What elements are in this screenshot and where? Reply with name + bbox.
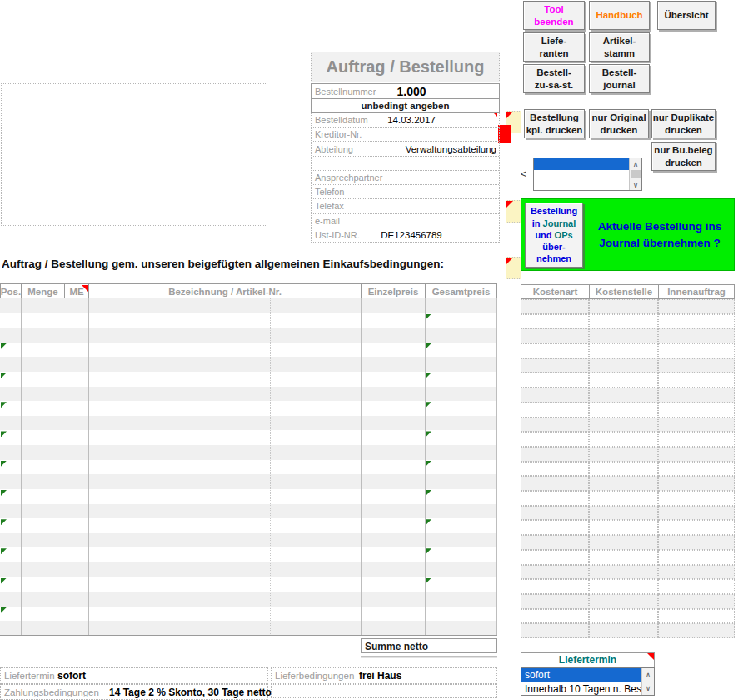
bestell-journal-button[interactable]: Bestell- journal xyxy=(589,64,650,93)
form-row-value[interactable]: Verwaltungsabteilung xyxy=(406,144,496,154)
items-table-row[interactable] xyxy=(0,607,497,622)
items-table-row[interactable] xyxy=(0,357,497,372)
zahlungsbedingungen-value[interactable]: 14 Tage 2 % Skonto, 30 Tage netto xyxy=(109,687,272,698)
form-row[interactable]: AbteilungVerwaltungsabteilung xyxy=(312,142,499,156)
items-table-row[interactable] xyxy=(0,489,497,504)
cost-table-cell[interactable] xyxy=(521,579,589,594)
tool-beenden-button[interactable]: Tool beenden xyxy=(523,1,585,30)
cost-table-cell[interactable] xyxy=(658,358,735,373)
lieferbedingungen-value[interactable]: frei Haus xyxy=(359,670,401,682)
cost-table-cell[interactable] xyxy=(658,388,735,402)
cost-table-row[interactable] xyxy=(521,388,735,402)
cost-table-row[interactable] xyxy=(521,343,735,358)
liefertermin-field[interactable]: Liefertermin sofort xyxy=(0,668,268,684)
lieferanten-button[interactable]: Liefe- ranten xyxy=(523,32,585,62)
cost-table-cell[interactable] xyxy=(658,314,735,329)
cost-table-cell[interactable] xyxy=(589,372,658,388)
cost-table-cell[interactable] xyxy=(521,314,589,329)
supplier-listbox[interactable]: ∧ ∨ xyxy=(533,158,642,191)
cost-table-cell[interactable] xyxy=(658,594,735,609)
cost-table-cell[interactable] xyxy=(589,447,658,462)
cost-table-cell[interactable] xyxy=(589,623,658,638)
cost-table-cell[interactable] xyxy=(589,343,658,358)
form-row[interactable]: Telefax xyxy=(312,199,499,213)
items-table-row[interactable] xyxy=(0,621,497,636)
cost-table-cell[interactable] xyxy=(589,299,658,314)
items-table-row[interactable] xyxy=(0,372,497,387)
journal-transfer-button[interactable]: Bestellungin Journalund OPsüber-nehmen xyxy=(525,202,583,268)
cost-table-cell[interactable] xyxy=(658,491,735,506)
cost-table-row[interactable] xyxy=(521,491,735,506)
lieferbedingungen-field[interactable]: Lieferbedingungen frei Haus xyxy=(271,668,497,684)
items-table-row[interactable] xyxy=(0,533,497,548)
form-row-value[interactable]: DE123456789 xyxy=(362,230,461,240)
cost-table-row[interactable] xyxy=(521,609,735,624)
cost-table-cell[interactable] xyxy=(589,565,658,580)
liefertermin-value[interactable]: sofort xyxy=(57,670,86,682)
form-row[interactable]: Ust-ID-NR.DE123456789 xyxy=(312,228,499,242)
form-row[interactable]: Telefon xyxy=(312,185,499,199)
cost-table-row[interactable] xyxy=(521,418,735,432)
cost-table-cell[interactable] xyxy=(521,565,589,580)
cost-table-cell[interactable] xyxy=(521,358,589,373)
form-row[interactable]: Bestelldatum14.03.2017 xyxy=(312,113,499,128)
cost-table-row[interactable] xyxy=(521,314,735,329)
cost-table-cell[interactable] xyxy=(658,447,735,462)
cost-table-cell[interactable] xyxy=(658,418,735,432)
cost-table-cell[interactable] xyxy=(589,609,658,624)
cost-table-row[interactable] xyxy=(521,328,735,343)
items-table-row[interactable] xyxy=(0,401,497,416)
delivery-option[interactable]: sofort xyxy=(521,668,643,682)
cost-table-cell[interactable] xyxy=(589,520,658,535)
artikelstamm-button[interactable]: Artikel- stamm xyxy=(589,32,650,62)
cost-table-cell[interactable] xyxy=(589,314,658,329)
items-table-row[interactable] xyxy=(0,416,497,431)
cost-table-cell[interactable] xyxy=(658,565,735,580)
cost-table-cell[interactable] xyxy=(589,402,658,418)
cost-table-cell[interactable] xyxy=(589,418,658,432)
cost-table-cell[interactable] xyxy=(521,328,589,343)
cost-table-cell[interactable] xyxy=(589,506,658,521)
cost-table-cell[interactable] xyxy=(521,462,589,477)
cost-table-cell[interactable] xyxy=(658,579,735,594)
form-row-value[interactable]: 14.03.2017 xyxy=(362,115,461,125)
print-duplicates-button[interactable]: nur Duplikate drucken xyxy=(651,109,716,138)
cost-table-cell[interactable] xyxy=(589,550,658,565)
supplier-listbox-selected-row[interactable] xyxy=(534,158,630,170)
cost-table-cell[interactable] xyxy=(658,299,735,314)
cost-table-cell[interactable] xyxy=(658,432,735,447)
cost-table-cell[interactable] xyxy=(658,623,735,638)
handbuch-button[interactable]: Handbuch xyxy=(589,1,650,30)
cost-table-cell[interactable] xyxy=(589,579,658,594)
items-table-row[interactable] xyxy=(0,548,497,562)
cost-table-cell[interactable] xyxy=(521,402,589,418)
items-table-row[interactable] xyxy=(0,460,497,475)
bestell-zusammenstellung-button[interactable]: Bestell- zu-sa-st. xyxy=(523,64,585,93)
cost-table-cell[interactable] xyxy=(658,476,735,491)
cost-table-cell[interactable] xyxy=(521,506,589,521)
cost-table-cell[interactable] xyxy=(521,388,589,402)
cost-table-cell[interactable] xyxy=(589,491,658,506)
cost-table-cell[interactable] xyxy=(589,535,658,550)
items-table-row[interactable] xyxy=(0,518,497,533)
items-table-row[interactable] xyxy=(0,474,497,489)
cost-table-row[interactable] xyxy=(521,579,735,594)
form-row[interactable]: Ansprechpartner xyxy=(312,171,499,185)
cost-table-cell[interactable] xyxy=(521,623,589,638)
items-table-row[interactable] xyxy=(0,592,497,607)
form-row[interactable] xyxy=(312,157,499,171)
cost-table-cell[interactable] xyxy=(521,372,589,388)
cost-table-cell[interactable] xyxy=(658,535,735,550)
items-table-row[interactable] xyxy=(0,328,497,342)
cost-table-cell[interactable] xyxy=(521,432,589,447)
cost-table-cell[interactable] xyxy=(589,358,658,373)
items-table-row[interactable] xyxy=(0,578,497,592)
cost-table-row[interactable] xyxy=(521,432,735,447)
scroll-down-icon[interactable]: ∨ xyxy=(642,682,654,695)
cost-table-row[interactable] xyxy=(521,358,735,373)
delivery-listbox-scrollbar[interactable]: ∧ ∨ xyxy=(641,668,654,695)
cost-table-cell[interactable] xyxy=(589,432,658,447)
cost-table-row[interactable] xyxy=(521,476,735,491)
bestellnummer-field[interactable]: Bestellnummer 1.000 xyxy=(311,83,500,99)
delivery-option[interactable]: Innerhalb 10 Tagen n. Beste xyxy=(521,682,643,696)
